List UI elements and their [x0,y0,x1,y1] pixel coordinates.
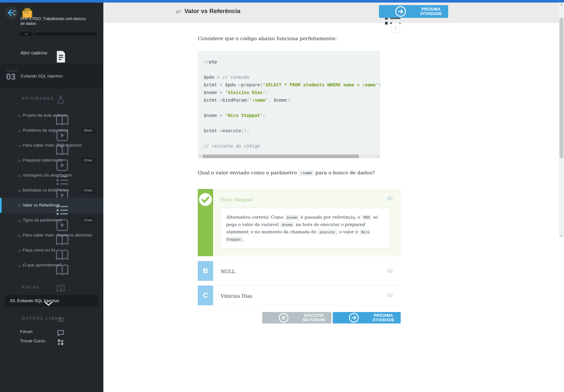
lesson-number: 03 [6,72,16,82]
activity-number: 02 [18,129,21,133]
activity-index: 07 [176,10,181,14]
discuss-forum-button[interactable]: DISCUTIR NO FORUM [262,312,331,323]
activity-number: 04 [18,159,21,163]
sidebar-activity-01[interactable]: 01Projeto da aula anterior [0,108,103,123]
answer-option-b[interactable]: B NULL [198,261,401,281]
activity-content: Considere que o código abaixo funciona p… [103,23,559,392]
chevron-down-icon [2,298,95,309]
sidebar-activity-10[interactable]: 10Faça como eu fiz [0,243,103,258]
scroll-right-arrow-icon[interactable]: ► [377,155,379,157]
question-text: Qual o valor enviado como o parâmetro :n… [198,170,401,176]
activity-number: 07 [18,204,21,207]
open-notebook-label: Abrir caderno [20,50,47,55]
option-letter-column: C [198,286,213,305]
eye-icon[interactable] [387,268,393,273]
activity-label: Para saber mais: SQL Injection [23,143,82,148]
answer-label: Nico Steppat [213,189,401,203]
code-horizontal-scrollbar[interactable]: ◄ ► [198,154,380,158]
forum-circle-icon [268,312,299,323]
activity-number: 01 [18,114,21,118]
footer-actions: DISCUTIR NO FORUM PRÓXIMA ATIVIDADE [198,312,401,323]
aulas-header-label: AULAS [22,285,40,289]
answer-option-c[interactable]: C Vinicius Dias [198,286,401,305]
activity-label: Problema de segurança [23,128,68,133]
activity-duration-badge: 07min [82,188,95,193]
progress-percent-badge: % [20,32,33,36]
app-window: PHP e PDO: Trabalhando com bancos de dad… [0,0,564,392]
forum-label: Fórum [20,329,33,334]
sidebar-activity-06[interactable]: 06bindValue vs bindParam07min [0,183,103,198]
answer-option-correct[interactable]: Nico Steppat Alternativa correta! Como $… [198,189,401,256]
next-activity-label: PRÓXIMA ATIVIDADE [372,313,395,322]
other-links-header-label: OUTROS LINKS [22,316,62,321]
activity-number: 03 [18,144,21,148]
section-divider [0,313,103,313]
collapse-sidebar-button[interactable] [5,6,18,19]
activity-label: O que aprendemos? [23,263,62,267]
answer-explanation: Alternativa correta! Como $nome é passad… [220,208,390,249]
scroll-left-arrow-icon[interactable]: ◄ [199,155,201,157]
activity-number: 10 [18,249,21,252]
sidebar-item-forum[interactable]: Fórum [0,328,103,337]
activity-label: Para saber mais: Números decimais [23,233,92,237]
activities-section-header: ATIVIDADES [0,95,103,105]
correct-marker-column [198,189,213,256]
arrow-right-circle-icon [385,5,417,18]
option-letter: B [203,267,208,275]
sidebar-activity-02[interactable]: 02Problema de segurança05min [0,123,103,138]
eye-icon[interactable] [387,196,393,201]
sidebar-activity-05[interactable]: 05Vantagens da abordagem [0,168,103,183]
course-sidebar: PHP e PDO: Trabalhando com bancos de dad… [0,0,103,392]
discuss-forum-label: DISCUTIR NO FORUM [302,313,326,322]
activity-number: 11 [18,264,21,267]
code-block: <?php $pdo = // conexão$stmt = $pdo->pre… [198,51,380,158]
progress-bar [34,33,97,35]
sidebar-activity-11[interactable]: 11O que aprendemos? [0,258,103,273]
activity-number: 08 [18,219,21,222]
next-activity-button-bottom[interactable]: PRÓXIMA ATIVIDADE [333,312,401,323]
page-vertical-scrollbar[interactable]: ▲ ▼ [559,3,564,238]
next-activity-label: PRÓXIMA ATIVIDADE [419,7,443,16]
sidebar-activity-08[interactable]: 08Tipos de parâmetros07min [0,213,103,228]
activity-number: 09 [18,234,21,237]
aula-select[interactable]: 03. Evitando SQL Injection [5,295,98,307]
sidebar-activity-09[interactable]: 09Para saber mais: Números decimais [0,228,103,243]
sidebar-activity-04[interactable]: 04Prepared statements07min [0,153,103,168]
aulas-section-header: AULAS [0,284,103,293]
scroll-down-arrow-icon[interactable]: ▼ [559,234,564,237]
collapse-icon [5,6,18,19]
activity-number: 06 [18,189,21,192]
activity-label: Prepared statements [23,158,63,163]
scrollbar-thumb[interactable] [203,155,359,158]
sidebar-activity-07[interactable]: 07Valor vs Referência [0,198,103,213]
scroll-up-arrow-icon[interactable]: ▲ [559,3,564,6]
activity-number: 05 [18,174,21,178]
sidebar-activity-03[interactable]: 03Para saber mais: SQL Injection [0,138,103,153]
main-area: 07 Valor vs Referência PRÓXIMA ATIVIDADE… [103,3,559,392]
more-options-button[interactable] [392,22,400,33]
course-title: PHP e PDO: Trabalhando com bancos de dad… [20,17,91,26]
code-lines: <?php $pdo = // conexão$stmt = $pdo->pre… [204,58,380,150]
sidebar-item-trocar-curso[interactable]: Trocar Curso [0,338,103,346]
answer-label: NULL [213,261,401,274]
kebab-menu-icon [392,23,399,33]
option-letter-column: B [198,261,213,281]
answer-label: Vinicius Dias [213,286,401,299]
top-accent-bar [0,0,564,3]
activity-label: bindValue vs bindParam [23,188,69,192]
activity-duration-badge: 07min [82,158,95,163]
activities-list: 01Projeto da aula anterior02Problema de … [0,108,103,273]
scrollbar-thumb[interactable] [560,18,563,158]
activity-label: Tipos de parâmetros [23,218,62,222]
option-letter: C [203,291,208,300]
section-divider [0,277,103,277]
activity-duration-badge: 05min [82,128,95,133]
eye-icon[interactable] [387,293,393,298]
other-links-section-header: OUTROS LINKS [0,315,103,324]
sidebar-item-open-notebook[interactable]: Abrir caderno [0,48,103,62]
activity-label: Vantagens da abordagem [23,173,72,178]
question-intro: Considere que o código abaixo funciona p… [198,36,401,41]
next-activity-button-top[interactable]: PRÓXIMA ATIVIDADE [379,5,448,18]
activity-duration-badge: 07min [82,218,95,223]
activity-label: Projeto da aula anterior [23,113,67,118]
